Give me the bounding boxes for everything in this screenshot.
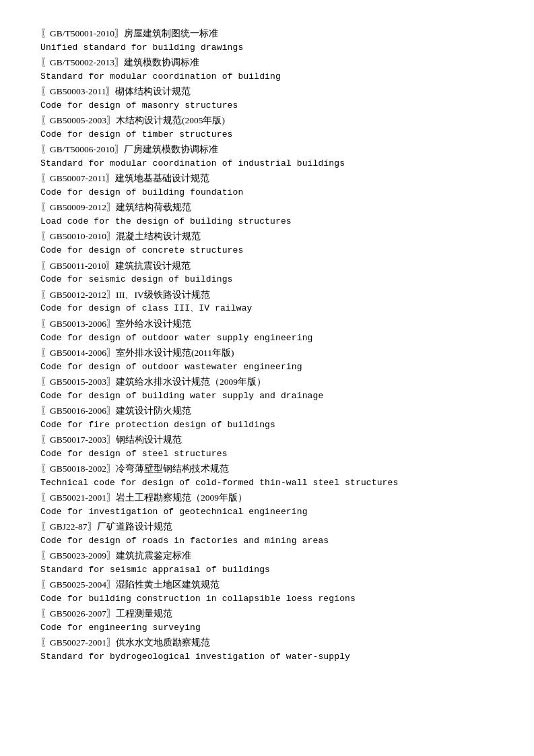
chinese-title: 〖GB/T50001-2010〗房屋建筑制图统一标准 (40, 27, 494, 41)
chinese-title: 〖GB50014-2006〗室外排水设计规范(2011年版) (40, 346, 494, 360)
chinese-title: 〖GB50015-2003〗建筑给水排水设计规范（2009年版） (40, 375, 494, 389)
list-item: 〖GB50012-2012〗III、IV级铁路设计规范Code for desi… (40, 288, 494, 316)
list-item: 〖GB50013-2006〗室外给水设计规范Code for design of… (40, 317, 494, 345)
english-title: Code for design of masonry structures (40, 99, 494, 113)
list-item: 〖GB50027-2001〗供水水文地质勘察规范Standard for byd… (40, 636, 494, 664)
chinese-title: 〖GB50012-2012〗III、IV级铁路设计规范 (40, 288, 494, 303)
chinese-title: 〖GB50009-2012〗建筑结构荷载规范 (40, 201, 494, 215)
english-title: Code for seismic design of buildings (40, 273, 494, 286)
list-item: 〖GB50011-2010〗建筑抗震设计规范Code for seismic d… (40, 259, 494, 287)
english-title: Code for design of steel structures (40, 447, 494, 461)
list-item: 〖GB50026-2007〗工程测量规范Code for engineering… (40, 607, 494, 635)
chinese-title: 〖GB50010-2010〗混凝土结构设计规范 (40, 230, 494, 244)
chinese-title: 〖GB50023-2009〗建筑抗震鉴定标准 (40, 549, 494, 563)
chinese-title: 〖GB50003-2011〗砌体结构设计规范 (40, 85, 494, 99)
chinese-title: 〖GB50016-2006〗建筑设计防火规范 (40, 404, 494, 418)
english-title: Code for design of building water supply… (40, 389, 494, 403)
english-title: Code for building construction in collap… (40, 592, 494, 606)
english-title: Code for design of roads in factories an… (40, 534, 494, 548)
chinese-title: 〖GB/T50002-2013〗建筑模数协调标准 (40, 56, 494, 70)
list-item: 〖GB50009-2012〗建筑结构荷载规范Load code for the … (40, 201, 494, 228)
list-item: 〖GB50017-2003〗钢结构设计规范Code for design of … (40, 433, 494, 461)
chinese-title: 〖GB50021-2001〗岩土工程勘察规范（2009年版） (40, 491, 494, 505)
list-item: 〖GB50023-2009〗建筑抗震鉴定标准Standard for seism… (40, 549, 494, 577)
english-title: Standard for modular coordination of ind… (40, 157, 494, 170)
english-title: Code for design of outdoor wastewater en… (40, 360, 494, 374)
chinese-title: 〖GB50017-2003〗钢结构设计规范 (40, 433, 494, 447)
list-item: 〖GB50010-2010〗混凝土结构设计规范Code for design o… (40, 230, 494, 257)
list-item: 〖GB50018-2002〗冷弯薄壁型钢结构技术规范Technical code… (40, 462, 494, 490)
english-title: Code for design of building foundation (40, 186, 494, 199)
chinese-title: 〖GB50011-2010〗建筑抗震设计规范 (40, 259, 494, 274)
english-title: Code for design of outdoor water supply … (40, 332, 494, 345)
english-title: Standard for seismic appraisal of buildi… (40, 563, 494, 577)
content-area: 〖GB/T50001-2010〗房屋建筑制图统一标准Unified standa… (40, 27, 494, 664)
list-item: 〖GB/T50001-2010〗房屋建筑制图统一标准Unified standa… (40, 27, 494, 55)
chinese-title: 〖GB50007-2011〗建筑地基基础设计规范 (40, 172, 494, 186)
chinese-title: 〖GB50025-2004〗湿陷性黄土地区建筑规范 (40, 578, 494, 592)
english-title: Code for fire protection design of build… (40, 418, 494, 432)
list-item: 〖GB50005-2003〗木结构设计规范(2005年版)Code for de… (40, 114, 494, 141)
chinese-title: 〖GB50027-2001〗供水水文地质勘察规范 (40, 636, 494, 650)
chinese-title: 〖GB50018-2002〗冷弯薄壁型钢结构技术规范 (40, 462, 494, 476)
list-item: 〖GB50014-2006〗室外排水设计规范(2011年版)Code for d… (40, 346, 494, 374)
chinese-title: 〖GBJ22-87〗厂矿道路设计规范 (40, 520, 494, 534)
english-title: Code for design of concrete structures (40, 244, 494, 257)
list-item: 〖GB50015-2003〗建筑给水排水设计规范（2009年版）Code for… (40, 375, 494, 403)
list-item: 〖GB50021-2001〗岩土工程勘察规范（2009年版）Code for i… (40, 491, 494, 519)
list-item: 〖GB/T50002-2013〗建筑模数协调标准Standard for mod… (40, 56, 494, 84)
list-item: 〖GB/T50006-2010〗厂房建筑模数协调标准Standard for m… (40, 143, 494, 170)
english-title: Standard for bydrogeological investigati… (40, 650, 494, 664)
chinese-title: 〖GB/T50006-2010〗厂房建筑模数协调标准 (40, 143, 494, 157)
chinese-title: 〖GB50005-2003〗木结构设计规范(2005年版) (40, 114, 494, 128)
english-title: Code for investigation of geotechnical e… (40, 505, 494, 519)
english-title: Technical code for design of cold-formed… (40, 476, 494, 490)
english-title: Load code for the design of building str… (40, 215, 494, 228)
list-item: 〖GBJ22-87〗厂矿道路设计规范Code for design of roa… (40, 520, 494, 548)
chinese-title: 〖GB50026-2007〗工程测量规范 (40, 607, 494, 621)
english-title: Code for design of class III、IV railway (40, 302, 494, 315)
list-item: 〖GB50007-2011〗建筑地基基础设计规范Code for design … (40, 172, 494, 199)
list-item: 〖GB50016-2006〗建筑设计防火规范Code for fire prot… (40, 404, 494, 432)
english-title: Code for engineering surveying (40, 621, 494, 635)
english-title: Code for design of timber structures (40, 128, 494, 141)
list-item: 〖GB50025-2004〗湿陷性黄土地区建筑规范Code for buildi… (40, 578, 494, 606)
english-title: Standard for modular coordination of bui… (40, 70, 494, 84)
list-item: 〖GB50003-2011〗砌体结构设计规范Code for design of… (40, 85, 494, 113)
english-title: Unified standard for building drawings (40, 41, 494, 55)
chinese-title: 〖GB50013-2006〗室外给水设计规范 (40, 317, 494, 332)
